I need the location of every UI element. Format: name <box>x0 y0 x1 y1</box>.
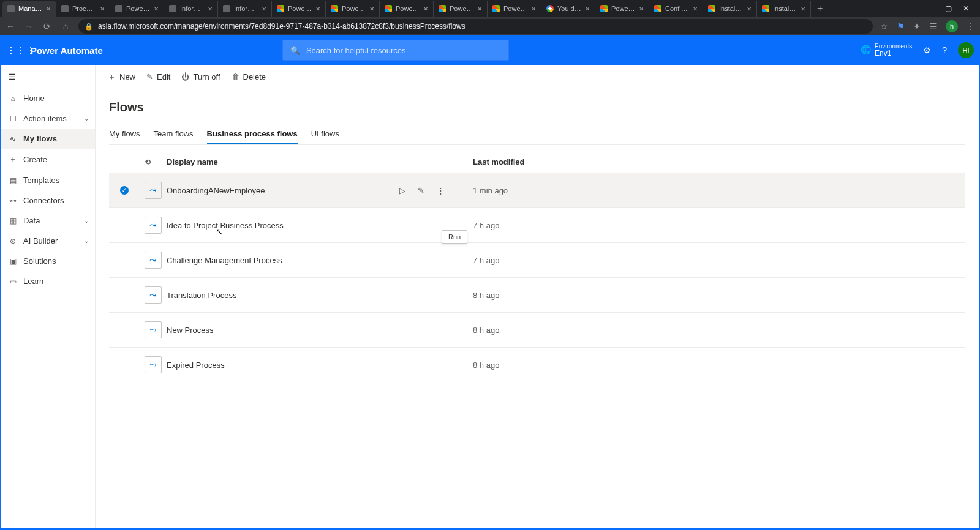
pencil-icon[interactable]: ✎ <box>418 186 424 195</box>
connector-icon: ⊶ <box>9 196 17 205</box>
browser-tab[interactable]: Power Pl✕ <box>488 1 541 17</box>
sidebar-item-ai-builder[interactable]: ⊛AI Builder⌄ <box>1 231 95 251</box>
flow-name[interactable]: Challenge Management Process <box>167 256 399 265</box>
browser-tab[interactable]: You do n✕ <box>541 1 595 17</box>
close-icon[interactable]: ✕ <box>531 6 536 12</box>
reading-list-icon[interactable]: ☰ <box>929 21 937 31</box>
run-icon[interactable]: ▷ <box>399 186 405 195</box>
close-icon[interactable]: ✕ <box>693 6 698 12</box>
turn-off-button[interactable]: ⏻Turn off <box>181 72 220 81</box>
flow-name[interactable]: Expired Process <box>167 360 399 370</box>
table-row[interactable]: ⤳New Process8 h ago <box>109 312 965 347</box>
column-display-name[interactable]: Display name <box>167 157 399 166</box>
tab-my-flows[interactable]: My flows <box>109 124 140 144</box>
table-row[interactable]: ✓⤳OnboardingANewEmployee▷✎⋮1 min ago <box>109 173 965 207</box>
tab-ui-flows[interactable]: UI flows <box>311 124 339 144</box>
browser-tab[interactable]: Power Pl✕ <box>380 1 434 17</box>
browser-tab[interactable]: Install an✕ <box>703 1 757 17</box>
close-icon[interactable]: ✕ <box>423 6 428 12</box>
sidebar-item-templates[interactable]: ▤Templates <box>1 170 95 190</box>
browser-tab[interactable]: Informat✕ <box>218 1 272 17</box>
tab-team-flows[interactable]: Team flows <box>154 124 194 144</box>
hamburger-icon[interactable]: ☰ <box>9 72 16 81</box>
close-icon[interactable]: ✕ <box>801 6 805 12</box>
close-icon[interactable]: ✕ <box>262 6 266 12</box>
table-row[interactable]: ⤳Challenge Management Process7 h ago <box>109 242 965 277</box>
close-icon[interactable]: ✕ <box>100 6 105 12</box>
sidebar-item-data[interactable]: ▦Data⌄ <box>1 211 95 231</box>
maximize-icon[interactable]: ▢ <box>945 4 952 13</box>
sidebar-item-action-items[interactable]: ☐Action items⌄ <box>1 108 95 129</box>
browser-tab[interactable]: Configur✕ <box>649 1 703 17</box>
delete-button[interactable]: 🗑Delete <box>232 72 266 81</box>
close-icon[interactable]: ✕ <box>46 6 51 12</box>
favicon <box>762 5 769 12</box>
browser-tab[interactable]: Power Pl✕ <box>272 1 326 17</box>
run-tooltip: Run <box>442 230 467 244</box>
forward-icon[interactable]: → <box>23 21 34 31</box>
browser-tab[interactable]: Power Pl✕ <box>434 1 488 17</box>
flow-name[interactable]: Idea to Project Business Process <box>167 221 399 230</box>
sidebar-item-label: Action items <box>23 114 67 123</box>
column-last-modified[interactable]: Last modified <box>473 157 954 166</box>
sidebar-item-create[interactable]: ＋Create <box>1 149 95 170</box>
close-icon[interactable]: ✕ <box>315 6 320 12</box>
close-icon[interactable]: ✕ <box>639 6 644 12</box>
row-select[interactable]: ✓ <box>120 186 145 195</box>
sidebar-item-label: Connectors <box>23 196 64 205</box>
reload-icon[interactable]: ⟳ <box>42 21 53 31</box>
flow-name[interactable]: Translation Process <box>167 291 399 300</box>
environment-picker[interactable]: 🌐 Environments Env1 <box>861 43 912 58</box>
edit-button[interactable]: ✎Edit <box>146 72 170 81</box>
minimize-icon[interactable]: — <box>927 4 934 13</box>
table-row[interactable]: ⤳Translation Process8 h ago <box>109 277 965 312</box>
tab-business-process-flows[interactable]: Business process flows <box>207 124 298 144</box>
close-icon[interactable]: ✕ <box>154 6 159 12</box>
settings-icon[interactable]: ⚙ <box>923 45 931 55</box>
tab-title: Process <box>72 5 96 12</box>
sort-icon[interactable]: ⟲ <box>145 158 167 166</box>
close-icon[interactable]: ✕ <box>585 6 590 12</box>
sidebar-item-solutions[interactable]: ▣Solutions <box>1 251 95 271</box>
favicon <box>61 5 69 12</box>
sidebar-item-my-flows[interactable]: ∿My flows <box>1 129 95 149</box>
close-icon[interactable]: ✕ <box>208 6 213 12</box>
sidebar-item-home[interactable]: ⌂Home <box>1 88 95 108</box>
more-icon[interactable]: ⋮ <box>437 186 445 195</box>
browser-tab[interactable]: Power Pl✕ <box>595 1 649 17</box>
browser-tab[interactable]: Manage✕ <box>2 1 56 17</box>
waffle-icon[interactable]: ⋮⋮⋮ <box>6 45 23 56</box>
close-icon[interactable]: ✕ <box>477 6 482 12</box>
new-tab-button[interactable]: + <box>811 3 829 14</box>
star-icon[interactable]: ☆ <box>880 21 888 31</box>
flow-name[interactable]: New Process <box>167 326 399 335</box>
profile-avatar[interactable]: h <box>946 20 958 32</box>
sidebar-item-label: Home <box>23 94 45 103</box>
browser-tab[interactable]: Install an✕ <box>757 1 811 17</box>
table-row[interactable]: ⤳Expired Process8 h ago <box>109 347 965 382</box>
tab-title: Power Pl <box>396 5 420 12</box>
kebab-icon[interactable]: ⋮ <box>967 21 975 31</box>
table-row[interactable]: ⤳Idea to Project Business Process7 h ago <box>109 207 965 242</box>
browser-tab[interactable]: Informat✕ <box>164 1 218 17</box>
extension-icon[interactable]: ⚑ <box>897 21 905 31</box>
extensions-icon[interactable]: ✦ <box>913 21 921 31</box>
help-icon[interactable]: ? <box>942 45 947 55</box>
back-icon[interactable]: ← <box>5 21 16 31</box>
flow-name[interactable]: OnboardingANewEmployee <box>167 186 399 195</box>
url-field[interactable]: 🔒 asia.flow.microsoft.com/manage/environ… <box>78 19 873 34</box>
close-window-icon[interactable]: ✕ <box>963 4 969 13</box>
search-box[interactable]: 🔍 Search for helpful resources <box>282 40 509 61</box>
tab-title: Power Pl <box>611 5 635 12</box>
close-icon[interactable]: ✕ <box>369 6 374 12</box>
sidebar-item-connectors[interactable]: ⊶Connectors <box>1 190 95 211</box>
tab-title: Manage <box>18 5 42 12</box>
new-button[interactable]: ＋New <box>108 72 135 83</box>
browser-tab[interactable]: Process✕ <box>56 1 110 17</box>
browser-tab[interactable]: Power Pl✕ <box>326 1 380 17</box>
user-avatar[interactable]: HI <box>958 42 974 58</box>
sidebar-item-learn[interactable]: ▭Learn <box>1 271 95 291</box>
browser-tab[interactable]: Power A✕ <box>110 1 164 17</box>
close-icon[interactable]: ✕ <box>747 6 752 12</box>
home-icon[interactable]: ⌂ <box>60 21 71 31</box>
